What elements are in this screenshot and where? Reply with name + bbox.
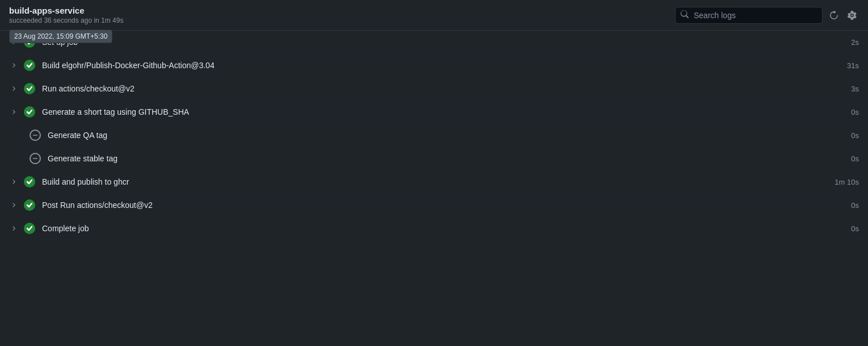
step-name: Build and publish to ghcr	[42, 177, 835, 186]
header-right	[675, 7, 859, 24]
status-icon-skipped	[30, 153, 41, 164]
refresh-button[interactable]	[827, 9, 841, 22]
chevron-icon	[9, 178, 18, 185]
step-name: Run actions/checkout@v2	[42, 84, 851, 93]
step-name: Generate QA tag	[48, 131, 851, 140]
step-duration: 0s	[851, 201, 859, 210]
page-header: build-apps-service succeeded 36 seconds …	[0, 0, 868, 31]
job-subtitle: succeeded 36 seconds ago in 1m 49s	[9, 16, 123, 24]
job-item-complete-job[interactable]: Complete job0s	[0, 217, 868, 240]
job-title: build-apps-service	[9, 6, 123, 15]
chevron-icon	[9, 109, 18, 115]
step-duration: 0s	[851, 224, 859, 233]
chevron-icon	[9, 62, 18, 69]
timestamp-tooltip: 23 Aug 2022, 15:09 GMT+5:30	[9, 30, 112, 43]
status-icon-success	[24, 60, 35, 71]
step-name: Build elgohr/Publish-Docker-Github-Actio…	[42, 61, 847, 70]
status-icon-success	[24, 176, 35, 187]
job-item-generate-short-tag[interactable]: Generate a short tag using GITHUB_SHA0s	[0, 101, 868, 124]
step-name: Generate a short tag using GITHUB_SHA	[42, 107, 851, 116]
step-duration: 0s	[851, 131, 859, 140]
status-icon-success	[24, 223, 35, 234]
step-name: Post Run actions/checkout@v2	[42, 201, 851, 210]
job-item-generate-stable-tag[interactable]: Generate stable tag0s	[0, 147, 868, 170]
step-duration: 2s	[851, 38, 859, 47]
step-duration: 3s	[851, 85, 859, 93]
step-name: Complete job	[42, 224, 851, 233]
job-item-generate-qa-tag[interactable]: Generate QA tag0s	[0, 124, 868, 147]
chevron-icon	[9, 225, 18, 232]
status-icon-skipped	[30, 130, 41, 141]
job-item-post-run-checkout[interactable]: Post Run actions/checkout@v20s	[0, 194, 868, 217]
status-icon-success	[24, 83, 35, 94]
step-duration: 31s	[847, 61, 859, 70]
step-name: Generate stable tag	[48, 154, 851, 163]
status-icon-success	[24, 199, 35, 211]
step-duration: 1m 10s	[835, 178, 859, 186]
job-item-run-checkout[interactable]: Run actions/checkout@v23s	[0, 77, 868, 101]
step-name: Set up job	[42, 37, 851, 47]
chevron-icon	[9, 85, 18, 92]
status-icon-success	[24, 106, 35, 118]
search-container	[675, 7, 823, 24]
step-duration: 0s	[851, 155, 859, 163]
job-item-build-publish-ghcr[interactable]: Build and publish to ghcr1m 10s	[0, 170, 868, 194]
job-item-build-elgohr[interactable]: Build elgohr/Publish-Docker-Github-Actio…	[0, 54, 868, 77]
step-duration: 0s	[851, 108, 859, 116]
settings-button[interactable]	[845, 9, 859, 22]
job-list: Set up job2sBuild elgohr/Publish-Docker-…	[0, 31, 868, 240]
search-input[interactable]	[675, 7, 823, 24]
job-item-set-up-job[interactable]: Set up job2s	[0, 31, 868, 54]
chevron-icon	[9, 202, 18, 209]
header-left: build-apps-service succeeded 36 seconds …	[9, 6, 123, 24]
